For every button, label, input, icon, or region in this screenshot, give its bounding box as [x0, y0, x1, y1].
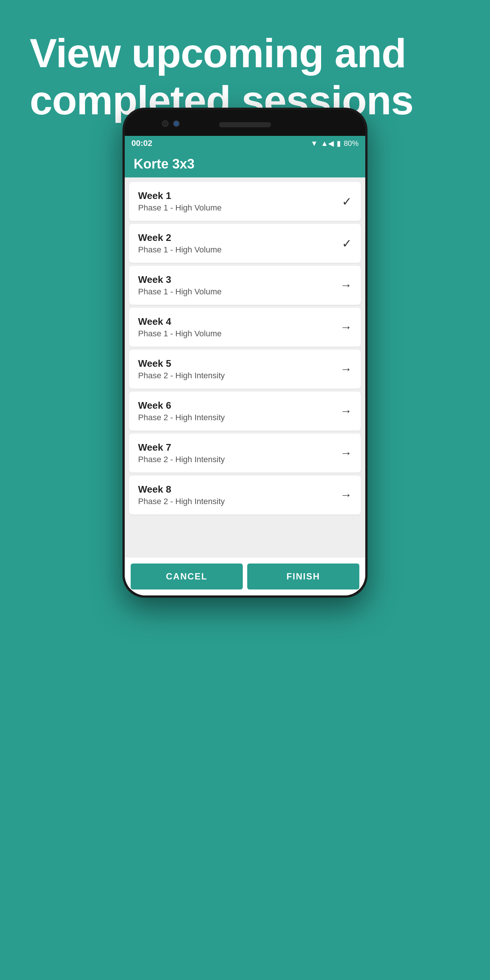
battery-icon: ▮ [337, 139, 341, 148]
status-bar: 00:02 ▼ ▲◀ ▮ 80% [125, 136, 365, 151]
phone-notch [125, 110, 365, 136]
list-item[interactable]: Week 5Phase 2 - High Intensity→ [129, 350, 361, 389]
phone-speaker [219, 122, 271, 127]
camera-left [162, 120, 169, 127]
signal-icon: ▲◀ [321, 139, 334, 148]
arrow-icon: → [340, 446, 352, 460]
wifi-icon: ▼ [310, 139, 318, 148]
arrow-icon: → [340, 320, 352, 334]
list-item[interactable]: Week 8Phase 2 - High Intensity→ [129, 476, 361, 514]
week-list: Week 1Phase 1 - High Volume✓Week 2Phase … [125, 177, 365, 558]
battery-text: 80% [344, 139, 359, 148]
list-item[interactable]: Week 6Phase 2 - High Intensity→ [129, 391, 361, 431]
finish-button[interactable]: FINISH [247, 563, 360, 590]
week-name: Week 6 [138, 400, 225, 411]
status-icons: ▼ ▲◀ ▮ 80% [310, 139, 359, 148]
week-phase: Phase 2 - High Intensity [138, 455, 225, 465]
status-time: 00:02 [131, 138, 152, 148]
check-icon: ✓ [342, 194, 352, 208]
list-item[interactable]: Week 7Phase 2 - High Intensity→ [129, 434, 361, 473]
week-phase: Phase 1 - High Volume [138, 203, 222, 213]
week-name: Week 8 [138, 484, 225, 495]
arrow-icon: → [340, 488, 352, 502]
week-phase: Phase 1 - High Volume [138, 245, 222, 255]
check-icon: ✓ [342, 237, 352, 251]
phone-screen: 00:02 ▼ ▲◀ ▮ 80% Korte 3x3 Week 1Phase 1… [125, 136, 365, 595]
list-item[interactable]: Week 4Phase 1 - High Volume→ [129, 308, 361, 347]
arrow-icon: → [340, 362, 352, 376]
bottom-buttons: CANCEL FINISH [125, 558, 365, 595]
list-item[interactable]: Week 3Phase 1 - High Volume→ [129, 266, 361, 305]
phone-frame: 00:02 ▼ ▲◀ ▮ 80% Korte 3x3 Week 1Phase 1… [123, 108, 368, 598]
arrow-icon: → [340, 278, 352, 292]
app-bar: Korte 3x3 [125, 151, 365, 177]
list-item[interactable]: Week 2Phase 1 - High Volume✓ [129, 224, 361, 263]
week-name: Week 3 [138, 274, 222, 285]
week-name: Week 4 [138, 316, 222, 328]
week-phase: Phase 2 - High Intensity [138, 413, 225, 422]
week-phase: Phase 2 - High Intensity [138, 371, 225, 380]
camera-right [173, 120, 180, 127]
app-title: Korte 3x3 [134, 156, 194, 172]
week-name: Week 1 [138, 190, 222, 202]
week-name: Week 2 [138, 232, 222, 243]
list-item[interactable]: Week 1Phase 1 - High Volume✓ [129, 182, 361, 221]
week-phase: Phase 1 - High Volume [138, 329, 222, 339]
cancel-button[interactable]: CANCEL [130, 563, 243, 590]
week-phase: Phase 1 - High Volume [138, 287, 222, 297]
week-name: Week 7 [138, 442, 225, 453]
arrow-icon: → [340, 404, 352, 418]
week-name: Week 5 [138, 358, 225, 369]
week-phase: Phase 2 - High Intensity [138, 497, 225, 506]
